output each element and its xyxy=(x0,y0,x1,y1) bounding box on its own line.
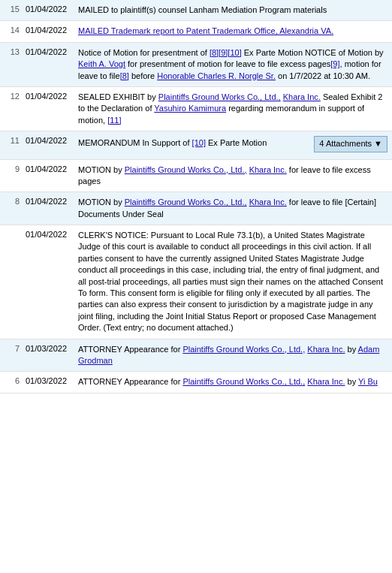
row-description: Notice of Motion for presentment of [8][… xyxy=(77,43,392,86)
table-row: 901/04/2022MOTION by Plaintiffs Ground W… xyxy=(0,160,392,193)
table-row: 1401/04/2022MAILED Trademark report to P… xyxy=(0,21,392,42)
row-description: CLERK'S NOTICE: Pursuant to Local Rule 7… xyxy=(77,225,392,339)
table-row: 601/03/2022ATTORNEY Appearance for Plain… xyxy=(0,372,392,393)
row-date: 01/04/2022 xyxy=(23,43,77,61)
row-number: 8 xyxy=(0,192,23,210)
row-number: 13 xyxy=(0,43,23,61)
row-date: 01/04/2022 xyxy=(23,225,77,243)
row-number: 6 xyxy=(0,372,23,390)
row-description: MAILED Trademark report to Patent Tradem… xyxy=(77,21,392,41)
row-number: 15 xyxy=(0,0,23,18)
attachments-button[interactable]: 4 Attachments ▼ xyxy=(314,136,387,152)
row-date: 01/04/2022 xyxy=(23,160,77,178)
row-date: 01/04/2022 xyxy=(23,192,77,210)
row-number: 9 xyxy=(0,160,23,178)
table-row: 01/04/2022CLERK'S NOTICE: Pursuant to Lo… xyxy=(0,225,392,339)
row-date: 01/04/2022 xyxy=(23,87,77,105)
table-row: 1201/04/2022SEALED EXHIBIT by Plaintiffs… xyxy=(0,87,392,131)
table-row: 1301/04/2022Notice of Motion for present… xyxy=(0,43,392,87)
row-description: MOTION by Plaintiffs Ground Works Co., L… xyxy=(77,160,392,192)
row-description: 4 Attachments ▼MEMORANDUM In Support of … xyxy=(77,131,392,158)
row-number: 7 xyxy=(0,339,23,357)
row-number: 11 xyxy=(0,131,23,149)
row-description: ATTORNEY Appearance for Plaintiffs Groun… xyxy=(77,339,392,372)
table-row: 801/04/2022MOTION by Plaintiffs Ground W… xyxy=(0,192,392,225)
row-date: 01/03/2022 xyxy=(23,339,77,357)
table-row: 1101/04/20224 Attachments ▼MEMORANDUM In… xyxy=(0,131,392,159)
row-date: 01/03/2022 xyxy=(23,372,77,390)
row-date: 01/04/2022 xyxy=(23,131,77,149)
row-number: 14 xyxy=(0,21,23,39)
row-date: 01/04/2022 xyxy=(23,0,77,18)
row-description: MOTION by Plaintiffs Ground Works Co., L… xyxy=(77,192,392,225)
row-date: 01/04/2022 xyxy=(23,21,77,39)
row-number: 12 xyxy=(0,87,23,105)
row-number xyxy=(0,225,23,234)
docket-table: 1501/04/2022MAILED to plaintiff(s) couns… xyxy=(0,0,392,394)
table-row: 701/03/2022ATTORNEY Appearance for Plain… xyxy=(0,339,392,372)
row-description: MAILED to plaintiff(s) counsel Lanham Me… xyxy=(77,0,392,20)
table-row: 1501/04/2022MAILED to plaintiff(s) couns… xyxy=(0,0,392,21)
row-description: ATTORNEY Appearance for Plaintiffs Groun… xyxy=(77,372,392,392)
row-description: SEALED EXHIBIT by Plaintiffs Ground Work… xyxy=(77,87,392,131)
